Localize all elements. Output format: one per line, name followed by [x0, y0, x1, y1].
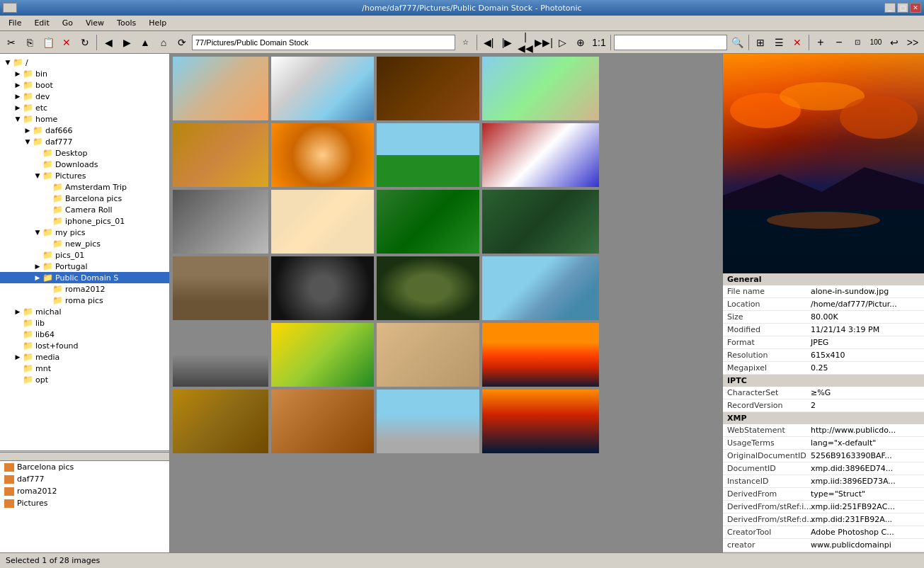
toolbar-zoom-fit2[interactable]: ⊡	[849, 34, 866, 51]
toolbar-refresh[interactable]: ↻	[76, 34, 93, 51]
tree-item-roma2012[interactable]: 📁 roma2012	[0, 283, 169, 295]
toolbar-nav-next[interactable]: |▶	[498, 34, 515, 51]
thumbnail-5[interactable]	[173, 123, 268, 187]
tree-item-downloads[interactable]: 📁 Downloads	[0, 159, 169, 170]
folder-icon-camera-roll: 📁	[52, 205, 63, 215]
close-button[interactable]: ✕	[910, 3, 921, 13]
toolbar-zoom-in[interactable]: +	[812, 34, 829, 51]
toolbar-zoom-fit[interactable]: ⊕	[572, 34, 589, 51]
thumbnail-19[interactable]	[377, 323, 479, 387]
toolbar-nav-last[interactable]: ▶▶|	[535, 34, 552, 51]
thumbnail-20[interactable]	[482, 323, 599, 387]
bookmark-daf777[interactable]: daf777	[0, 473, 169, 485]
thumbnail-24[interactable]	[482, 390, 599, 453]
toolbar-search-go[interactable]: 🔍	[729, 34, 746, 51]
sidebar-hscroll[interactable]	[0, 450, 169, 460]
toolbar-view-list[interactable]: ☰	[770, 34, 787, 51]
preview-area[interactable]	[723, 54, 924, 273]
toolbar-reload[interactable]: ⟳	[173, 34, 190, 51]
thumbnail-13[interactable]	[173, 256, 268, 320]
thumbnail-9[interactable]	[173, 190, 268, 254]
tree-item-lib64[interactable]: 📁 lib64	[0, 329, 169, 340]
toolbar-copy[interactable]: ⎘	[21, 34, 38, 51]
tree-item-dev[interactable]: ▶ 📁 dev	[0, 91, 169, 102]
tree-item-root[interactable]: ▼ 📁 /	[0, 57, 169, 68]
tree-item-portugal[interactable]: ▶ 📁 Portugal	[0, 261, 169, 272]
tree-item-opt[interactable]: 📁 opt	[0, 374, 169, 385]
thumbnail-11[interactable]	[377, 190, 479, 254]
toolbar-up[interactable]: ▲	[137, 34, 154, 51]
minimize-button[interactable]: _	[884, 3, 896, 13]
path-input[interactable]	[192, 35, 455, 50]
tree-item-new-pics[interactable]: 📁 new_pics	[0, 238, 169, 249]
maximize-button[interactable]: □	[897, 3, 908, 13]
menu-file[interactable]: File	[3, 17, 27, 29]
menu-tools[interactable]: Tools	[111, 17, 142, 29]
thumbnail-2[interactable]	[271, 57, 374, 120]
thumbnail-18[interactable]	[271, 323, 374, 387]
thumbnail-15[interactable]	[377, 256, 479, 320]
tree-item-home[interactable]: ▼ 📁 home	[0, 113, 169, 125]
tree-item-roma-pics[interactable]: 📁 roma pics	[0, 295, 169, 306]
tree-item-boot[interactable]: ▶ 📁 boot	[0, 79, 169, 91]
thumbnail-17[interactable]	[173, 323, 268, 387]
toolbar-paste[interactable]: 📋	[40, 34, 57, 51]
tree-item-lost-found[interactable]: 📁 lost+found	[0, 340, 169, 351]
toolbar-view-thumbs[interactable]: ⊞	[752, 34, 769, 51]
tree-item-camera-roll[interactable]: 📁 Camera Roll	[0, 204, 169, 215]
toolbar-home[interactable]: ⌂	[155, 34, 172, 51]
thumbnail-14[interactable]	[271, 256, 374, 320]
toolbar-nav-prev[interactable]: ◀|	[480, 34, 497, 51]
tree-item-amsterdam[interactable]: 📁 Amsterdam Trip	[0, 181, 169, 193]
thumbnail-6[interactable]	[271, 123, 374, 187]
tree-item-media[interactable]: ▶ 📁 media	[0, 351, 169, 363]
menu-edit[interactable]: Edit	[28, 17, 55, 29]
tree-item-etc[interactable]: ▶ 📁 etc	[0, 102, 169, 113]
tree-item-pictures[interactable]: ▼ 📁 Pictures	[0, 170, 169, 181]
tree-item-public-domain[interactable]: ▶ 📁 Public Domain S	[0, 272, 169, 283]
toolbar-slideshow[interactable]: ▷	[554, 34, 571, 51]
menu-go[interactable]: Go	[57, 17, 79, 29]
thumbnail-10[interactable]	[271, 190, 374, 254]
toolbar-zoom-out[interactable]: −	[831, 34, 848, 51]
tree-item-daf777[interactable]: ▼ 📁 daf777	[0, 136, 169, 147]
thumbnail-1[interactable]	[173, 57, 268, 120]
bookmark-barcelona[interactable]: Barcelona pics	[0, 461, 169, 473]
thumbnail-7[interactable]	[377, 123, 479, 187]
toolbar-forward[interactable]: ▶	[118, 34, 135, 51]
toolbar-edit-image[interactable]: ✕	[789, 34, 806, 51]
thumbnail-23[interactable]	[377, 390, 479, 453]
tree-item-iphone[interactable]: 📁 iphone_pics_01	[0, 215, 169, 227]
toolbar-more[interactable]: >>	[904, 34, 921, 51]
tree-item-bin[interactable]: ▶ 📁 bin	[0, 68, 169, 79]
thumbnail-4[interactable]	[482, 57, 599, 120]
bookmark-roma2012[interactable]: roma2012	[0, 485, 169, 497]
tree-item-my-pics[interactable]: ▼ 📁 my pics	[0, 227, 169, 238]
toolbar-cut[interactable]: ✂	[3, 34, 20, 51]
tree-label-new-pics: new_pics	[65, 239, 101, 249]
tree-item-lib[interactable]: 📁 lib	[0, 317, 169, 329]
thumbnail-21[interactable]	[173, 390, 268, 453]
toolbar-back[interactable]: ◀	[100, 34, 117, 51]
tree-item-michal[interactable]: ▶ 📁 michal	[0, 306, 169, 317]
tree-item-pics01[interactable]: 📁 pics_01	[0, 249, 169, 261]
toolbar-rotate[interactable]: ↩	[886, 34, 903, 51]
tree-item-mnt[interactable]: 📁 mnt	[0, 363, 169, 374]
thumbnail-22[interactable]	[271, 390, 374, 453]
toolbar-bookmark-add[interactable]: ☆	[457, 34, 474, 51]
thumbnail-3[interactable]	[377, 57, 479, 120]
tree-item-daf666[interactable]: ▶ 📁 daf666	[0, 125, 169, 136]
menu-help[interactable]: Help	[143, 17, 172, 29]
toolbar-zoom-orig[interactable]: 1:1	[591, 34, 608, 51]
menu-view[interactable]: View	[80, 17, 110, 29]
thumbnail-16[interactable]	[482, 256, 599, 320]
tree-item-desktop[interactable]: 📁 Desktop	[0, 147, 169, 159]
bookmark-pictures[interactable]: Pictures	[0, 497, 169, 509]
toolbar-delete[interactable]: ✕	[58, 34, 75, 51]
thumbnail-12[interactable]	[482, 190, 599, 254]
toolbar-nav-first[interactable]: |◀◀	[517, 34, 534, 51]
toolbar-zoom-100[interactable]: 100	[867, 34, 884, 51]
tree-item-barcelona-pics[interactable]: 📁 Barcelona pics	[0, 193, 169, 204]
search-input[interactable]	[614, 35, 727, 50]
thumbnail-8[interactable]	[482, 123, 599, 187]
